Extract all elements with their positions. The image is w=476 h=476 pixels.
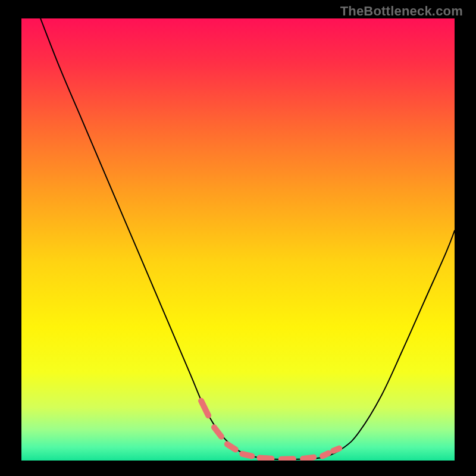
chart-frame: TheBottleneck.com bbox=[0, 0, 476, 476]
gradient-background bbox=[21, 18, 455, 461]
chart-svg bbox=[21, 18, 455, 461]
watermark-text: TheBottleneck.com bbox=[340, 4, 463, 19]
